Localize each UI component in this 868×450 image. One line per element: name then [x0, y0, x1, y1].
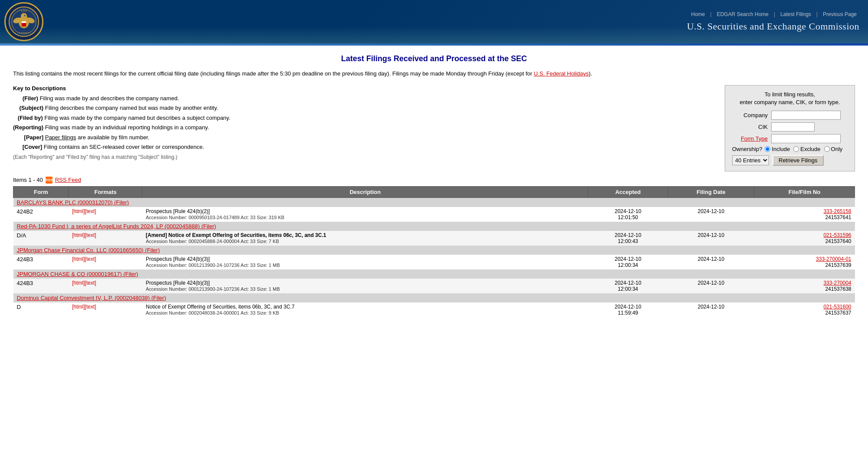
company-name-cell: BARCLAYS BANK PLC (0000312070) (Filer) — [13, 197, 855, 207]
filing-date-cell: 2024-12-10 — [668, 279, 754, 293]
col-description: Description — [142, 186, 588, 197]
ownership-include[interactable]: Include — [765, 146, 790, 152]
key-filer: (Filer) Filing was made by and describes… — [13, 94, 716, 103]
format-html-link[interactable]: [html] — [72, 232, 85, 238]
nav-edgar-search[interactable]: EDGAR Search Home — [714, 11, 771, 17]
filing-date-cell: 2024-12-10 — [668, 302, 754, 317]
nav-latest-filings[interactable]: Latest Filings — [778, 11, 814, 17]
nav-sep-1: | — [708, 11, 714, 17]
accepted-cell: 2024-12-1011:59:49 — [588, 302, 668, 317]
accepted-cell: 2024-12-1012:00:34 — [588, 255, 668, 269]
nav-links: Home | EDGAR Search Home | Latest Filing… — [688, 11, 859, 17]
company-name-cell: JPMorgan Chase Financial Co. LLC (000166… — [13, 246, 855, 255]
ownership-row: Ownership? Include Exclude Only — [732, 146, 848, 152]
search-form: To limit filing results,enter company na… — [725, 85, 855, 171]
main-content: Latest Filings Received and Processed at… — [0, 46, 868, 326]
file-no-link[interactable]: 021-531596 — [758, 232, 851, 238]
format-text-link[interactable]: [text] — [85, 304, 96, 310]
svg-point-5 — [21, 13, 27, 19]
table-company-row: Dominus Capital Coinvestment IV, L.P. (0… — [13, 293, 855, 302]
col-form: Form — [13, 186, 69, 197]
key-subject: (Subject) Filing describes the company n… — [13, 104, 716, 112]
key-reporting: (Reporting) Filing was made by an indivi… — [13, 123, 716, 132]
table-header-row: Form Formats Description Accepted Filing… — [13, 186, 855, 197]
svg-text:★ ★ ★: ★ ★ ★ — [21, 10, 28, 12]
filings-tbody: BARCLAYS BANK PLC (0000312070) (Filer) 4… — [13, 197, 855, 317]
form-cell: D — [13, 302, 69, 317]
paper-filings-link[interactable]: Paper filings — [45, 134, 76, 141]
cik-label: CIK — [732, 124, 771, 130]
entries-select[interactable]: 40 Entries 20 Entries 10 Entries 80 Entr… — [732, 155, 769, 165]
format-text-link[interactable]: [text] — [85, 208, 96, 214]
desc-cell: Prospectus [Rule 424(b)(2)] Accession Nu… — [142, 207, 588, 222]
intro-text: This listing contains the most recent fi… — [13, 69, 855, 78]
key-section: Key to Descriptions (Filer) Filing was m… — [13, 85, 716, 171]
accession-text: Accession Number: 0000950103-24-017489 A… — [146, 215, 284, 220]
entries-row: 40 Entries 20 Entries 10 Entries 80 Entr… — [732, 155, 848, 166]
format-html-link[interactable]: [html] — [72, 208, 85, 214]
format-text-link[interactable]: [text] — [85, 280, 96, 286]
nav-home[interactable]: Home — [688, 11, 707, 17]
filing-date-cell: 2024-12-10 — [668, 231, 754, 246]
form-type-input[interactable] — [771, 134, 841, 143]
accepted-cell: 2024-12-1012:01:50 — [588, 207, 668, 222]
film-cell: 333-265158 241537641 — [754, 207, 855, 222]
company-label: Company — [732, 112, 771, 118]
ownership-only[interactable]: Only — [824, 146, 843, 152]
key-title: Key to Descriptions — [13, 85, 716, 92]
form-cell: 424B2 — [13, 207, 69, 222]
cik-row: CIK — [732, 122, 848, 131]
format-html-link[interactable]: [html] — [72, 280, 85, 286]
form-cell: 424B3 — [13, 279, 69, 293]
col-accepted: Accepted — [588, 186, 668, 197]
desc-cell: Prospectus [Rule 424(b)(3)] Accession Nu… — [142, 255, 588, 269]
nav-previous-page[interactable]: Previous Page — [820, 11, 859, 17]
company-link[interactable]: Dominus Capital Coinvestment IV, L.P. (0… — [17, 295, 166, 301]
key-filedby: (Filed by) Filing was made by the compan… — [13, 114, 716, 122]
format-text-link[interactable]: [text] — [85, 256, 96, 262]
search-form-title: To limit filing results,enter company na… — [732, 91, 848, 106]
film-cell: 021-531596 241537640 — [754, 231, 855, 246]
key-cover: [Cover] Filing contains an SEC-released … — [13, 143, 716, 151]
accession-text: Accession Number: 0001213900-24-107236 A… — [146, 286, 280, 292]
items-line: Items 1 - 40 RSS RSS Feed — [13, 177, 855, 184]
col-filing-date: Filing Date — [668, 186, 754, 197]
file-no-link[interactable]: 333-270004 — [758, 280, 851, 286]
col-file-film: File/Film No — [754, 186, 855, 197]
company-input[interactable] — [771, 111, 841, 120]
sec-logo: ★ ★ ★ ★ ★ ★ ★ ★ — [4, 2, 43, 41]
ownership-exclude[interactable]: Exclude — [793, 146, 820, 152]
page-heading: Latest Filings Received and Processed at… — [13, 54, 855, 63]
accession-text: Accession Number: 0002045888-24-000004 A… — [146, 239, 279, 244]
company-link[interactable]: JPMorgan Chase Financial Co. LLC (000166… — [17, 247, 160, 253]
ownership-label: Ownership? — [732, 146, 762, 152]
form-type-label[interactable]: Form Type — [732, 135, 771, 142]
format-text-link[interactable]: [text] — [85, 232, 96, 238]
file-no-link[interactable]: 333-265158 — [758, 208, 851, 214]
film-no: 241537638 — [825, 286, 851, 292]
company-link[interactable]: JPMORGAN CHASE & CO (0000019617) (Filer) — [17, 271, 139, 277]
cik-input[interactable] — [771, 122, 815, 131]
filing-date-cell: 2024-12-10 — [668, 255, 754, 269]
accession-text: Accession Number: 0002048038-24-000001 A… — [146, 310, 279, 315]
file-no-link[interactable]: 021-531600 — [758, 304, 851, 310]
svg-rect-9 — [22, 21, 26, 23]
film-cell: 021-531600 241537637 — [754, 302, 855, 317]
film-cell: 333-270004 241537638 — [754, 279, 855, 293]
company-link[interactable]: Red-PA-1030 Fund I, a series of AngelLis… — [17, 223, 216, 230]
table-row: 424B3 [html][text] Prospectus [Rule 424(… — [13, 255, 855, 269]
rss-feed-link[interactable]: RSS Feed — [55, 177, 81, 183]
format-html-link[interactable]: [html] — [72, 256, 85, 262]
formats-cell: [html][text] — [69, 302, 142, 317]
retrieve-filings-button[interactable]: Retrieve Filings — [772, 155, 824, 166]
table-row: 424B2 [html][text] Prospectus [Rule 424(… — [13, 207, 855, 222]
format-html-link[interactable]: [html] — [72, 304, 85, 310]
svg-text:★ ★ ★ ★ ★: ★ ★ ★ ★ ★ — [18, 31, 30, 34]
film-no: 241537641 — [825, 214, 851, 220]
federal-holidays-link[interactable]: U.S. Federal Holidays — [534, 70, 588, 77]
form-cell: D/A — [13, 231, 69, 246]
file-no-link[interactable]: 333-270004-01 — [758, 256, 851, 262]
formats-cell: [html][text] — [69, 255, 142, 269]
company-link[interactable]: BARCLAYS BANK PLC (0000312070) (Filer) — [17, 199, 129, 206]
svg-point-6 — [24, 15, 26, 16]
